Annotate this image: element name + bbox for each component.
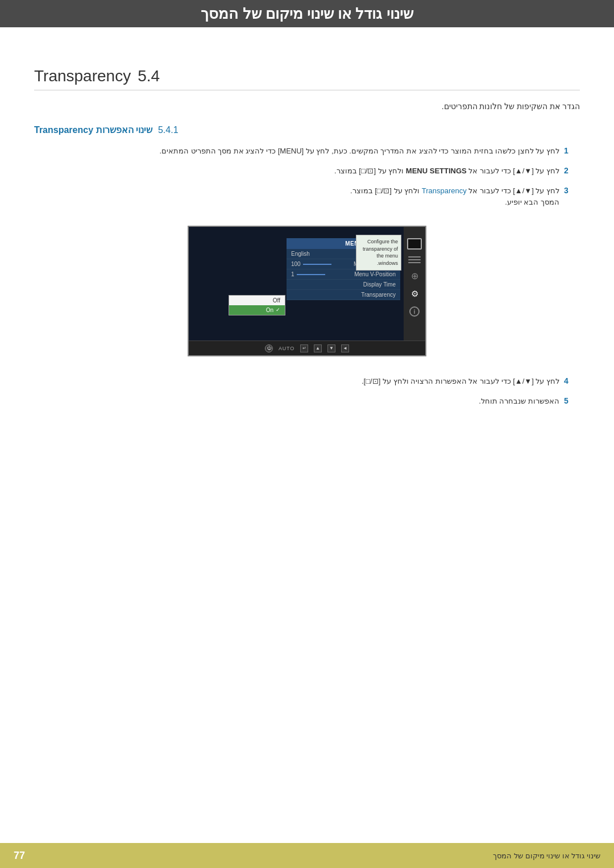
menu-item-v-position: Menu V-Position 1 [287,269,400,280]
auto-label: AUTO [279,346,294,351]
step-4-number: 4 [564,376,580,385]
step-2-number: 2 [564,165,580,175]
section-number: 5.4 [138,67,160,85]
step-5-text: האפשרות שנבחרה תוחל. [34,396,559,408]
footer-text: שינוי גודל או שינוי מיקום של המסך [493,852,600,860]
step-1-text: לחץ על לחצן כלשהו בחזית המוצר כדי להציג … [34,146,559,157]
monitor-screenshot: ⊕ ⚙ i MENU SETTINGS [188,226,426,356]
section-header: 5.4 Transparency [34,67,580,90]
top-bar: שינוי גודל או שינוי מיקום של המסך [0,0,614,27]
tv-icon [407,238,422,250]
info-icon: i [409,306,420,317]
step-4: 4 לחץ על [▼/▲] כדי לעבור אל האפשרות הרצו… [34,376,580,388]
step-1-number: 1 [564,146,580,155]
section-title: Transparency [34,67,131,85]
menu-item-display-time: Display Time [287,280,400,290]
step-3-text: לחץ על [▼/▲] כדי לעבור אל Transparency ו… [34,185,559,209]
main-content: 5.4 Transparency הגדר את השקיפות של חלונ… [0,27,614,472]
up-arrow-btn: ▲ [314,344,322,352]
lines-icon [408,256,421,263]
dropdown-on: ✓ On [229,305,285,315]
bottom-footer: 77 שינוי גודל או שינוי מיקום של המסך [0,843,614,868]
step-2: 2 לחץ על [▼/▲] כדי לעבור אל MENU SETTING… [34,165,580,177]
adjust-icon: ⊕ [409,270,420,281]
step-4-text: לחץ על [▼/▲] כדי לעבור אל האפשרות הרצויה… [34,376,559,388]
sub-section-title: שינוי האפשרות Transparency [34,124,152,135]
step-5: 5 האפשרות שנבחרה תוחל. [34,396,580,408]
step-5-number: 5 [564,396,580,405]
enter-btn: ↵ [300,344,308,352]
power-btn: ⏻ [265,344,273,352]
step-3-number: 3 [564,185,580,195]
down-arrow-btn: ▼ [327,344,335,352]
footer-page-number: 77 [14,850,25,862]
left-arrow-btn: ◄ [341,344,349,352]
menu-item-transparency: Transparency Off ✓ On [287,290,400,300]
bottom-controls: ◄ ▼ ▲ ↵ AUTO ⏻ [189,340,425,355]
steps-container: 1 לחץ על לחצן כלשהו בחזית המוצר כדי להצי… [34,146,580,408]
step-1: 1 לחץ על לחצן כלשהו בחזית המוצר כדי להצי… [34,146,580,157]
sub-section-number: 5.4.1 [158,125,179,135]
step-3: 3 לחץ על [▼/▲] כדי לעבור אל Transparency… [34,185,580,209]
tooltip-bubble: Configure the transparency of the menu w… [356,235,401,270]
top-bar-title: שינוי גודל או שינוי מיקום של המסך [201,5,413,23]
monitor-sidebar: ⊕ ⚙ i [404,227,425,340]
dropdown-off: Off [229,296,285,305]
gear-icon: ⚙ [409,288,420,300]
section-subtitle: הגדר את השקיפות של חלונות התפריטים. [34,102,580,111]
sub-section-header: 5.4.1 שינוי האפשרות Transparency [34,124,580,135]
step-2-text: לחץ על [▼/▲] כדי לעבור אל MENU SETTINGS … [34,165,559,177]
